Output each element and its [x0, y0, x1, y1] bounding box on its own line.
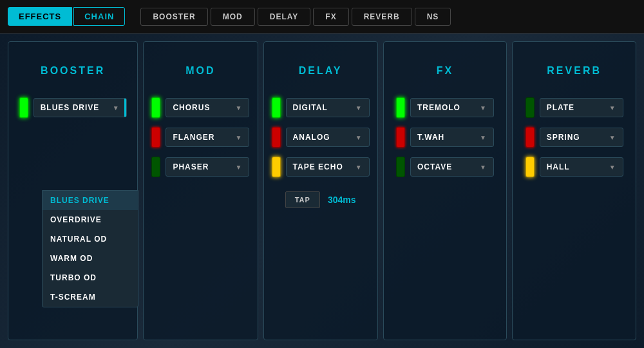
reverb-led-2	[526, 127, 535, 148]
mod-label-3: PHASER	[173, 162, 209, 171]
fx-effect-row-2: T.WAH ▼	[392, 127, 499, 148]
reverb-title: REVERB	[547, 65, 601, 77]
tap-row: TAP 304ms	[285, 191, 356, 208]
fx-arrow-1: ▼	[480, 104, 487, 111]
delay-led-3	[272, 157, 281, 177]
mod-arrow-3: ▼	[236, 164, 243, 171]
reverb-led-1	[526, 97, 535, 118]
nav-tab-reverb[interactable]: REVERB	[352, 8, 412, 26]
delay-led-1	[272, 97, 281, 118]
fx-dropdown-1[interactable]: TREMOLO ▼	[410, 98, 494, 117]
fx-led-2	[396, 127, 405, 148]
booster-effect-row: BLUES DRIVE ▼	[16, 97, 129, 118]
reverb-led-3	[526, 157, 535, 177]
reverb-arrow-3: ▼	[609, 164, 616, 171]
booster-option-blues-drive[interactable]: BLUES DRIVE	[43, 191, 138, 210]
booster-panel: BOOSTER BLUES DRIVE ▼ BLUES DRIVE OVERDR…	[8, 41, 138, 340]
effects-chain-toggle: EFFECTS CHAIN	[8, 7, 125, 26]
fx-led-3	[396, 157, 405, 177]
booster-option-t-scream[interactable]: T-SCREAM	[43, 287, 138, 307]
delay-panel: DELAY DIGITAL ▼ ANALOG ▼ TAPE ECHO ▼ TAP…	[263, 41, 378, 340]
delay-dropdown-3[interactable]: TAPE ECHO ▼	[286, 157, 370, 177]
booster-led-1	[19, 97, 28, 118]
booster-selected-label: BLUES DRIVE	[41, 103, 100, 112]
delay-effect-row-2: ANALOG ▼	[272, 127, 370, 148]
delay-arrow-3: ▼	[355, 164, 363, 171]
delay-arrow-2: ▼	[355, 134, 363, 141]
fx-dropdown-3[interactable]: OCTAVE ▼	[410, 157, 494, 177]
mod-arrow-2: ▼	[236, 134, 243, 141]
delay-label-3: TAPE ECHO	[293, 162, 343, 171]
fx-label-2: T.WAH	[417, 133, 444, 142]
delay-dropdown-1[interactable]: DIGITAL ▼	[286, 98, 370, 117]
booster-option-warm-od[interactable]: WARM OD	[43, 249, 138, 268]
mod-dropdown-2[interactable]: FLANGER ▼	[166, 128, 249, 147]
fx-label-3: OCTAVE	[417, 162, 452, 171]
header: EFFECTS CHAIN BOOSTER MOD DELAY FX REVER…	[0, 0, 644, 34]
mod-effect-row-2: FLANGER ▼	[151, 127, 249, 148]
fx-label-1: TREMOLO	[417, 103, 460, 112]
reverb-effect-row-3: HALL ▼	[520, 157, 628, 177]
reverb-label-3: HALL	[547, 162, 570, 171]
booster-option-natural-od[interactable]: NATURAL OD	[43, 229, 138, 249]
reverb-arrow-1: ▼	[609, 104, 616, 111]
main-content: BOOSTER BLUES DRIVE ▼ BLUES DRIVE OVERDR…	[0, 34, 644, 348]
fx-led-1	[396, 97, 405, 118]
mod-effect-row-3: PHASER ▼	[151, 157, 249, 177]
delay-effect-row-1: DIGITAL ▼	[272, 97, 370, 118]
fx-effect-row-1: TREMOLO ▼	[392, 97, 499, 118]
nav-tab-delay[interactable]: DELAY	[258, 8, 311, 26]
nav-tab-mod[interactable]: MOD	[211, 8, 255, 26]
delay-label-1: DIGITAL	[293, 103, 328, 112]
mod-led-2	[151, 127, 160, 148]
reverb-label-1: PLATE	[547, 103, 574, 112]
booster-option-overdrive[interactable]: OVERDRIVE	[43, 210, 138, 229]
booster-option-turbo-od[interactable]: TURBO OD	[43, 268, 138, 287]
fx-arrow-3: ▼	[480, 164, 487, 171]
reverb-effect-row-1: PLATE ▼	[520, 97, 628, 118]
mod-label-1: CHORUS	[173, 103, 210, 112]
mod-led-3	[151, 157, 160, 177]
mod-dropdown-3[interactable]: PHASER ▼	[166, 157, 249, 177]
mod-panel: MOD CHORUS ▼ FLANGER ▼ PHASER ▼	[143, 41, 258, 340]
fx-panel: FX TREMOLO ▼ T.WAH ▼ OCTAVE ▼	[383, 41, 507, 340]
mod-effect-row-1: CHORUS ▼	[151, 97, 249, 118]
booster-title: BOOSTER	[41, 65, 105, 77]
delay-dropdown-2[interactable]: ANALOG ▼	[286, 128, 370, 147]
fx-title: FX	[437, 65, 453, 77]
chain-tab[interactable]: CHAIN	[73, 7, 125, 26]
booster-dropdown-arrow: ▼	[113, 104, 120, 111]
tap-button[interactable]: TAP	[285, 191, 320, 208]
mod-title: MOD	[185, 65, 215, 77]
effects-tab[interactable]: EFFECTS	[8, 7, 72, 26]
reverb-dropdown-3[interactable]: HALL ▼	[540, 157, 623, 177]
booster-dropdown-menu[interactable]: BLUES DRIVE OVERDRIVE NATURAL OD WARM OD…	[42, 190, 138, 307]
fx-effect-row-3: OCTAVE ▼	[392, 157, 499, 177]
delay-label-2: ANALOG	[293, 133, 330, 142]
delay-title: DELAY	[299, 65, 343, 77]
delay-led-2	[272, 127, 281, 148]
delay-arrow-1: ▼	[355, 104, 363, 111]
booster-dropdown[interactable]: BLUES DRIVE ▼	[33, 98, 127, 117]
tap-ms-value: 304ms	[328, 195, 356, 205]
nav-tabs: BOOSTER MOD DELAY FX REVERB NS	[140, 8, 451, 26]
mod-led-1	[151, 97, 160, 118]
reverb-panel: REVERB PLATE ▼ SPRING ▼ HALL ▼	[512, 41, 636, 340]
fx-dropdown-2[interactable]: T.WAH ▼	[410, 128, 494, 147]
fx-arrow-2: ▼	[480, 134, 487, 141]
mod-label-2: FLANGER	[173, 133, 214, 142]
reverb-dropdown-1[interactable]: PLATE ▼	[540, 98, 623, 117]
reverb-effect-row-2: SPRING ▼	[520, 127, 628, 148]
mod-dropdown-1[interactable]: CHORUS ▼	[166, 98, 249, 117]
delay-effect-row-3: TAPE ECHO ▼	[272, 157, 370, 177]
reverb-arrow-2: ▼	[609, 134, 616, 141]
mod-arrow-1: ▼	[236, 104, 243, 111]
nav-tab-fx[interactable]: FX	[313, 8, 348, 26]
reverb-label-2: SPRING	[547, 133, 580, 142]
nav-tab-booster[interactable]: BOOSTER	[140, 8, 207, 26]
nav-tab-ns[interactable]: NS	[415, 8, 451, 26]
reverb-dropdown-2[interactable]: SPRING ▼	[540, 128, 623, 147]
